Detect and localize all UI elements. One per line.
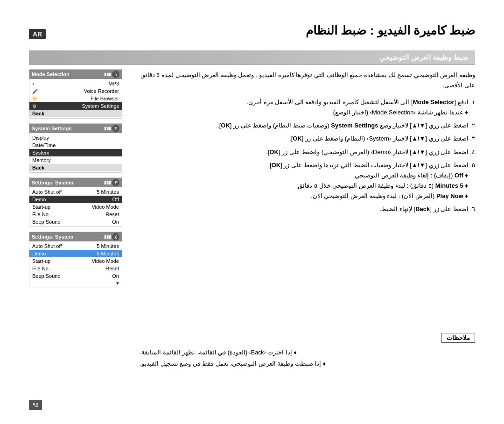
notes-header: ملاحظات xyxy=(441,333,475,343)
screen-4-row-startup: Start-up Video Mode xyxy=(29,257,122,265)
screen-1-body: ♪ MP3 🎤 Voice Recorder 📁 File Browser ⚙ … xyxy=(29,79,122,118)
step-1-bullet: ♦ عندها تظهر شاشة ‹Mode Selection› (اختي… xyxy=(140,107,468,118)
battery-icon-3: ▮▮▮ xyxy=(104,180,111,185)
note-1: ♦ إذا اخترت ‹Back› (العودة) في القائمة، … xyxy=(140,348,475,358)
screen-3-row-startup: Start-up Video Mode xyxy=(29,203,122,211)
screen-4-row-fileno: File No. Reset xyxy=(29,265,122,272)
screen-4-autoshut-value: 5 Minutes xyxy=(97,243,119,249)
screen-4-beep-value: On xyxy=(112,273,119,279)
screen-3-header: Settings: System ▮▮▮ ٣ xyxy=(29,178,122,187)
page-container: AR ضبط كاميرة الفيديو : ضبط النظام ضبط و… xyxy=(0,0,504,424)
screen-1-icons: ▮▮▮ ١ xyxy=(104,71,119,78)
screen-2-title: System Settings xyxy=(32,126,72,131)
screen-4-card: Settings: System ▮▮▮ ٤ Auto Shut off 5 M… xyxy=(29,232,122,288)
screen-3-beep-label: Beep Sound xyxy=(32,219,61,225)
note-2: ♦ إذا ضبطت وظيفة العرض التوضيحي، تعمل فق… xyxy=(140,359,475,369)
screen-4-startup-value: Video Mode xyxy=(91,258,119,264)
screen-3-row-beep: Beep Sound On xyxy=(29,218,122,226)
screen-4-row-beep: Beep Sound On xyxy=(29,272,122,280)
step-1-num: ١. xyxy=(469,99,475,106)
step-2: ٢. اضغط على زري [▼/▲] لاختيار وضع System… xyxy=(140,120,475,131)
screen-2-body: Display Date/Time System Memory Back xyxy=(29,133,122,172)
step-5: ٥. اضغط على زري [▼/▲] لاختيار وضعيات الض… xyxy=(140,160,475,201)
step-2-text: اضغط على زري [▼/▲] لاختيار وضع System Se… xyxy=(217,122,469,129)
screen-1-header: Mode Selection ▮▮▮ ١ xyxy=(29,70,122,79)
screen-1-row-system: ⚙ System Settings xyxy=(29,102,122,110)
screen-3-icons: ▮▮▮ ٣ xyxy=(104,179,119,186)
step-5-bullets: ♦ Off (إيقاف) : إلغاء وظيفة العرض التوضي… xyxy=(140,170,468,201)
screen-4-header: Settings: System ▮▮▮ ٤ xyxy=(29,232,122,241)
screen-4-row-demo: Demo 5 Minutes xyxy=(29,250,122,257)
screen-3-row-demo: Demo Off xyxy=(29,196,122,203)
screen-4-demo-label: Demo xyxy=(32,251,46,256)
step-4-text: اضغط على زري [▼/▲] لاختيار ‹Demo› (العرض… xyxy=(266,148,469,155)
step-5-bullet-5min: ♦ 5 Minutes (٥ دقائق) : لبدء وظيفة العرض… xyxy=(140,181,468,191)
battery-icon-2: ▮▮▮ xyxy=(104,126,111,131)
step-5-num: ٥. xyxy=(469,162,475,169)
gear-icon: ⚙ xyxy=(32,104,36,109)
screen-2-display-label: Display xyxy=(32,135,49,141)
screen-3-demo-label: Demo xyxy=(32,197,46,202)
note-1-text: ♦ إذا اخترت ‹Back› (العودة) في القائمة، … xyxy=(140,348,297,358)
screen-1-row-mp3: ♪ MP3 xyxy=(29,80,122,87)
screen-1-file-label: File Browser xyxy=(91,96,119,101)
battery-icon: ▮▮▮ xyxy=(104,72,111,77)
screen-4-body: Auto Shut off 5 Minutes Demo 5 Minutes S… xyxy=(29,241,122,288)
step-1-text: ادفع [Mode Selector] الى الأسفل لتشغيل ك… xyxy=(246,99,468,106)
page-title: ضبط كاميرة الفيديو : ضبط النظام xyxy=(306,23,475,38)
step-6-text: اضغط على زر [Back] لإنهاء الضبط. xyxy=(380,205,469,212)
screen-3-card: Settings: System ▮▮▮ ٣ Auto Shut off 5 M… xyxy=(29,177,122,227)
notes-header-wrapper: ملاحظات xyxy=(140,333,475,346)
screen-3-autoshut-label: Auto Shut off xyxy=(32,189,62,195)
step-badge-1: ١ xyxy=(112,71,119,78)
screen-4-demo-value: 5 Minutes xyxy=(97,251,119,256)
screen-3-title: Settings: System xyxy=(32,180,73,185)
notes-box: ملاحظات ♦ إذا اخترت ‹Back› (العودة) في ا… xyxy=(140,333,475,371)
screen-3-fileno-label: File No. xyxy=(32,212,50,217)
screen-2-icons: ▮▮▮ ٢ xyxy=(104,125,119,132)
screen-4-fileno-label: File No. xyxy=(32,266,50,271)
screen-1-row-file: 📁 File Browser xyxy=(29,95,122,102)
screen-1-title: Mode Selection xyxy=(32,71,70,77)
left-panel: Mode Selection ▮▮▮ ١ ♪ MP3 🎤 Voice Recor… xyxy=(29,69,135,293)
hr-divider xyxy=(29,64,475,65)
mic-icon: 🎤 xyxy=(32,89,38,94)
screen-2-back: Back xyxy=(29,164,122,171)
music-note-icon: ♪ xyxy=(32,81,35,86)
step-5-text: اضغط على زري [▼/▲] لاختيار وضعيات الضبط … xyxy=(268,162,468,169)
folder-icon: 📁 xyxy=(32,96,38,101)
step-6-num: ٦. xyxy=(469,205,475,212)
screen-4-beep-label: Beep Sound xyxy=(32,273,61,279)
screen-3-row-fileno: File No. Reset xyxy=(29,211,122,218)
section-header-text: ضبط وظيفة العرض التوضيحي xyxy=(379,53,468,62)
screen-4-row-autoshut: Auto Shut off 5 Minutes xyxy=(29,242,122,250)
screen-4-icons: ▮▮▮ ٤ xyxy=(104,233,119,240)
step-5-bullet-off: ♦ Off (إيقاف) : إلغاء وظيفة العرض التوضي… xyxy=(140,170,468,181)
step-5-bullet-playnow: ♦ Play Now (العرض الآن) : لبدء وظيفة الع… xyxy=(140,191,468,201)
step-4: ٤. اضغط على زري [▼/▲] لاختيار ‹Demo› (ال… xyxy=(140,147,475,157)
screen-1-card: Mode Selection ▮▮▮ ١ ♪ MP3 🎤 Voice Recor… xyxy=(29,69,122,119)
screen-2-card: System Settings ▮▮▮ ٢ Display Date/Time … xyxy=(29,123,122,173)
step-2-num: ٢. xyxy=(469,122,475,129)
battery-icon-4: ▮▮▮ xyxy=(104,234,111,239)
screen-2-row-display: Display xyxy=(29,134,122,141)
step-badge-4: ٤ xyxy=(112,233,119,240)
screen-1-row-voice: 🎤 Voice Recorder xyxy=(29,87,122,95)
screen-3-body: Auto Shut off 5 Minutes Demo Off Start-u… xyxy=(29,187,122,226)
section-header: ضبط وظيفة العرض التوضيحي xyxy=(29,50,475,64)
screen-3-startup-value: Video Mode xyxy=(91,204,119,210)
screen-3-autoshut-value: 5 Minutes xyxy=(97,189,119,195)
ar-badge: AR xyxy=(29,29,46,39)
screen-3-row-autoshut: Auto Shut off 5 Minutes xyxy=(29,188,122,196)
screen-3-beep-value: On xyxy=(112,219,119,225)
step-3: ٣. اضغط على زري [▼/▲] لاختيار ‹System› (… xyxy=(140,134,475,144)
screen-2-datetime-label: Date/Time xyxy=(32,142,56,148)
step-badge-3: ٣ xyxy=(112,179,119,186)
step-4-num: ٤. xyxy=(469,148,475,155)
step-1: ١. ادفع [Mode Selector] الى الأسفل لتشغي… xyxy=(140,97,475,118)
screen-2-header: System Settings ▮▮▮ ٢ xyxy=(29,124,122,133)
screen-4-startup-label: Start-up xyxy=(32,258,50,264)
screen-3-fileno-value: Reset xyxy=(105,212,119,217)
screen-3-demo-value: Off xyxy=(112,197,119,202)
step-badge-2: ٢ xyxy=(112,125,119,132)
